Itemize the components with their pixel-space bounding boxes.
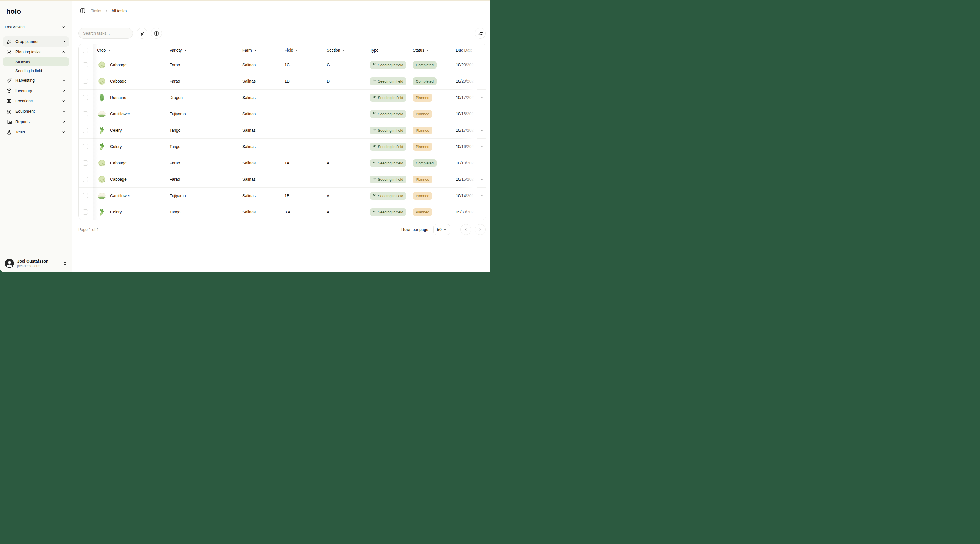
crop-name: Celery xyxy=(110,144,122,149)
table-row: Cauliflower Fujiyama Salinas 1B A Seedin… xyxy=(79,188,486,204)
sidebar-item-all-tasks[interactable]: All tasks xyxy=(3,57,69,66)
row-checkbox[interactable] xyxy=(83,193,88,198)
row-checkbox[interactable] xyxy=(83,144,88,149)
sidebar-item-locations[interactable]: Locations xyxy=(3,96,69,106)
sidebar-item-crop-planner[interactable]: Crop planner xyxy=(3,37,69,47)
row-menu-button[interactable] xyxy=(481,57,486,73)
column-header-section[interactable]: Section xyxy=(322,44,365,57)
rows-per-page-select[interactable]: 50 xyxy=(433,224,450,235)
chevron-down-icon xyxy=(62,78,66,82)
type-badge: Seeding in field xyxy=(370,143,406,151)
due-date-cell: 10/20/2025 xyxy=(451,57,477,73)
chevron-down-icon xyxy=(62,40,66,44)
field-cell xyxy=(280,138,322,155)
pagination-bar: Page 1 of 1 Rows per page: 50 xyxy=(78,224,486,235)
user-name: Joel Gustafsson xyxy=(17,259,63,263)
row-checkbox[interactable] xyxy=(83,128,88,133)
columns-icon xyxy=(154,31,159,36)
type-cell: Seeding in field xyxy=(365,204,408,220)
previous-page-button[interactable] xyxy=(460,224,471,235)
row-menu-button[interactable] xyxy=(481,188,486,204)
sliders-icon xyxy=(478,31,483,36)
crop-cell: Cauliflower xyxy=(92,106,165,122)
due-date-cell: 10/14/2025 xyxy=(451,188,477,204)
row-menu-button[interactable] xyxy=(481,138,486,155)
row-menu-button[interactable] xyxy=(481,204,486,220)
sidebar-item-tests[interactable]: Tests xyxy=(3,127,69,137)
row-menu-button[interactable] xyxy=(481,89,486,106)
row-checkbox[interactable] xyxy=(83,111,88,116)
tasks-table: Crop Variety Farm Field Section xyxy=(78,44,486,220)
column-header-farm[interactable]: Farm xyxy=(238,44,280,57)
farm-cell: Salinas xyxy=(238,122,280,138)
row-menu-button[interactable] xyxy=(481,73,486,89)
row-menu-button[interactable] xyxy=(481,155,486,171)
column-header-type[interactable]: Type xyxy=(365,44,408,57)
last-viewed-label: Last viewed xyxy=(5,25,25,29)
row-checkbox[interactable] xyxy=(83,177,88,182)
breadcrumb-root[interactable]: Tasks xyxy=(91,9,101,13)
row-menu-button[interactable] xyxy=(481,106,486,122)
select-all-checkbox[interactable] xyxy=(83,48,88,53)
table-row: Cauliflower Fujiyama Salinas Seeding in … xyxy=(79,106,486,122)
column-header-crop[interactable]: Crop xyxy=(92,44,165,57)
crop-image xyxy=(97,60,107,70)
sidebar-item-planting-tasks[interactable]: Planting tasks xyxy=(3,47,69,57)
sprout-icon xyxy=(372,177,376,181)
farm-cell: Salinas xyxy=(238,171,280,188)
chevron-down-icon xyxy=(184,49,187,52)
crop-cell: Celery xyxy=(92,122,165,138)
farm-cell: Salinas xyxy=(238,73,280,89)
variety-cell: Dragon xyxy=(165,89,238,106)
section-cell: A xyxy=(322,188,365,204)
next-page-button[interactable] xyxy=(475,224,486,235)
tractor-icon xyxy=(6,108,12,114)
sidebar-item-label: Inventory xyxy=(16,88,62,93)
due-date-cell: 09/30/2025 xyxy=(451,204,477,220)
account-switcher[interactable]: Joel Gustafsson joel-demo-farm xyxy=(5,259,68,268)
row-menu-cell xyxy=(477,155,486,171)
sidebar-item-seeding-in-field[interactable]: Seeding in field xyxy=(3,66,69,75)
section-cell xyxy=(322,138,365,155)
sidebar-item-reports[interactable]: Reports xyxy=(3,116,69,127)
sidebar-subitem-label: Seeding in field xyxy=(16,68,42,73)
sidebar-item-label: Reports xyxy=(16,119,62,124)
sidebar-item-inventory[interactable]: Inventory xyxy=(3,86,69,96)
crop-cell: Cabbage xyxy=(92,171,165,188)
sprout-icon xyxy=(372,63,376,67)
page-header: Tasks All tasks xyxy=(72,1,490,21)
chevron-down-icon xyxy=(380,49,383,52)
sprout-icon xyxy=(372,128,376,132)
row-checkbox[interactable] xyxy=(83,161,88,165)
row-checkbox[interactable] xyxy=(83,62,88,67)
search-input[interactable] xyxy=(78,28,133,39)
sidebar-item-harvesting[interactable]: Harvesting xyxy=(3,75,69,86)
sidebar-item-equipment[interactable]: Equipment xyxy=(3,106,69,116)
column-header-variety[interactable]: Variety xyxy=(165,44,238,57)
column-header-status[interactable]: Status xyxy=(408,44,451,57)
variety-cell: Tango xyxy=(165,138,238,155)
last-viewed-toggle[interactable]: Last viewed xyxy=(5,25,66,29)
row-checkbox[interactable] xyxy=(83,210,88,215)
status-badge: Planned xyxy=(413,192,432,200)
row-checkbox[interactable] xyxy=(83,79,88,84)
view-settings-button[interactable] xyxy=(475,28,486,39)
row-checkbox[interactable] xyxy=(83,95,88,100)
row-menu-button[interactable] xyxy=(481,122,486,138)
due-date-cell: 10/17/2025 xyxy=(451,89,477,106)
field-cell xyxy=(280,171,322,188)
type-cell: Seeding in field xyxy=(365,73,408,89)
chevron-right-icon xyxy=(105,9,108,13)
column-header-field[interactable]: Field xyxy=(280,44,322,57)
filter-button[interactable] xyxy=(137,28,148,39)
chevron-right-icon xyxy=(478,227,482,232)
column-header-due-date[interactable]: Due Date xyxy=(451,44,477,57)
sidebar-toggle-button[interactable] xyxy=(78,6,87,15)
row-menu-cell xyxy=(477,204,486,220)
type-cell: Seeding in field xyxy=(365,188,408,204)
table-row: Celery Tango Salinas Seeding in field Pl… xyxy=(79,122,486,138)
sidebar-subitem-label: All tasks xyxy=(16,60,30,64)
row-menu-cell xyxy=(477,122,486,138)
row-menu-button[interactable] xyxy=(481,171,486,188)
columns-button[interactable] xyxy=(151,28,162,39)
